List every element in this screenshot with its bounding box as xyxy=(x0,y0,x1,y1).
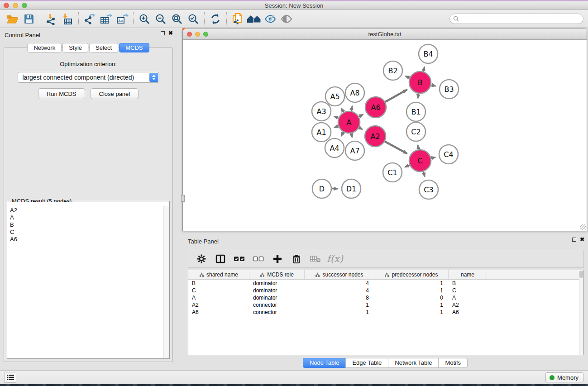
deselect-all-columns-icon[interactable] xyxy=(250,252,267,266)
table-cell[interactable]: dominator xyxy=(249,287,305,294)
delete-table-icon[interactable] xyxy=(307,252,324,266)
float-table-panel-icon[interactable] xyxy=(572,238,576,242)
table-cell[interactable]: B xyxy=(449,280,487,287)
import-network-icon[interactable] xyxy=(43,12,59,26)
table-cell[interactable]: connector xyxy=(249,309,305,316)
table-cell[interactable]: dominator xyxy=(249,280,305,287)
result-list-item[interactable]: A6 xyxy=(8,236,163,243)
graph-edge-A-A3[interactable] xyxy=(334,116,339,118)
table-cell[interactable]: B xyxy=(188,280,249,287)
table-scrollbar[interactable] xyxy=(579,270,583,355)
column-header-predecessor-nodes[interactable]: predecessor nodes xyxy=(374,270,449,279)
select-all-columns-icon[interactable] xyxy=(231,252,248,266)
table-cell[interactable]: 1 xyxy=(305,301,374,309)
search-input[interactable] xyxy=(461,16,583,22)
column-header-mcds-role[interactable]: MCDS role xyxy=(249,270,305,279)
graph-edge-A-A1[interactable] xyxy=(334,126,338,127)
zoom-in-icon[interactable] xyxy=(136,12,153,26)
zoom-selected-icon[interactable] xyxy=(185,12,201,26)
table-cell[interactable]: 4 xyxy=(305,287,374,294)
zoom-fit-icon[interactable] xyxy=(169,12,185,26)
memory-button[interactable]: Memory xyxy=(545,372,583,382)
graph-edge-A-A7[interactable] xyxy=(351,133,352,137)
tab-motifs[interactable]: Motifs xyxy=(438,358,468,368)
import-table-icon[interactable] xyxy=(59,12,76,26)
table-cell[interactable]: A xyxy=(188,294,249,301)
tab-network[interactable]: Network xyxy=(27,43,62,52)
delete-column-icon[interactable] xyxy=(288,252,305,266)
export-network-icon[interactable] xyxy=(81,12,98,26)
network-canvas[interactable]: AA6A2BCA5A8A3A1A4A7B2B4B3B1C2C4C1C3DD1 xyxy=(183,40,587,231)
table-cell[interactable]: C xyxy=(449,287,487,294)
split-view-icon[interactable] xyxy=(212,252,229,266)
table-cell[interactable]: 1 xyxy=(374,287,449,294)
table-row[interactable]: Bdominator41B xyxy=(188,280,583,287)
table-cell[interactable]: A6 xyxy=(188,309,249,316)
close-panel-button[interactable]: Close panel xyxy=(91,88,139,99)
column-settings-icon[interactable] xyxy=(193,252,210,266)
open-session-icon[interactable] xyxy=(5,12,21,26)
table-cell[interactable]: A2 xyxy=(188,301,249,309)
pane-divider-handle[interactable] xyxy=(181,195,185,202)
table-cell[interactable]: dominator xyxy=(249,294,305,301)
hide-graphics-details-icon[interactable] xyxy=(262,12,278,26)
graph-edge-A-A2[interactable] xyxy=(359,128,363,129)
tab-edge-table[interactable]: Edge Table xyxy=(345,358,388,368)
tab-mcds[interactable]: MCDS xyxy=(119,43,149,52)
zoom-out-icon[interactable] xyxy=(153,12,169,26)
result-list-item[interactable]: A2 xyxy=(8,207,163,214)
table-cell[interactable]: A xyxy=(449,294,487,301)
graph-edge-B-B2[interactable] xyxy=(406,76,410,78)
table-cell[interactable]: 4 xyxy=(305,280,374,287)
column-header-successor-nodes[interactable]: successor nodes xyxy=(305,270,374,279)
tab-style[interactable]: Style xyxy=(62,43,88,52)
result-list-item[interactable]: C xyxy=(8,229,163,236)
table-cell[interactable]: 1 xyxy=(374,280,449,287)
resize-grip[interactable] xyxy=(580,224,586,230)
criterion-dropdown[interactable]: largest connected component (directed) xyxy=(18,72,159,83)
table-cell[interactable]: 1 xyxy=(374,309,449,316)
table-row[interactable]: A2connector11A2 xyxy=(188,301,583,309)
graph-edge-A-A6[interactable] xyxy=(359,114,363,117)
graph-edge-C-C2[interactable] xyxy=(418,145,418,150)
table-row[interactable]: Cdominator41C xyxy=(188,287,583,294)
show-all-icon[interactable] xyxy=(246,12,262,26)
run-mcds-button[interactable]: Run MCDS xyxy=(38,88,85,99)
export-image-icon[interactable] xyxy=(114,12,130,26)
mcds-result-list[interactable]: A2ABCA6 xyxy=(8,202,163,358)
table-cell[interactable]: 1 xyxy=(374,301,449,309)
duplicate-network-icon[interactable] xyxy=(229,12,246,26)
table-cell[interactable]: 0 xyxy=(374,294,449,301)
graph-edge-A-A8[interactable] xyxy=(351,106,352,111)
table-cell[interactable]: A6 xyxy=(449,309,487,316)
column-header-name[interactable]: name xyxy=(449,270,487,279)
graph-edge-A-A4[interactable] xyxy=(341,132,344,136)
result-list-item[interactable]: A xyxy=(8,214,163,221)
graph-edge-A6-B[interactable] xyxy=(385,90,407,102)
graph-edge-B-B3[interactable] xyxy=(431,85,435,86)
add-column-icon[interactable] xyxy=(269,252,286,266)
result-list-scrollbar[interactable] xyxy=(163,206,169,358)
graph-edge-A-A5[interactable] xyxy=(341,108,344,112)
table-cell[interactable]: C xyxy=(188,287,249,294)
search-field[interactable] xyxy=(449,14,583,24)
table-cell[interactable]: A2 xyxy=(449,301,487,309)
graph-edge-C-C1[interactable] xyxy=(405,165,410,167)
table-cell[interactable]: connector xyxy=(249,301,305,309)
table-row[interactable]: Adominator80A xyxy=(188,294,583,301)
export-table-icon[interactable] xyxy=(98,12,114,26)
function-builder-icon[interactable]: f(x) xyxy=(326,253,343,264)
tab-select[interactable]: Select xyxy=(89,43,118,52)
save-session-icon[interactable] xyxy=(21,12,37,26)
graph-edge-C-C4[interactable] xyxy=(431,157,435,158)
tab-node-table[interactable]: Node Table xyxy=(303,358,346,368)
close-panel-icon[interactable]: ✖ xyxy=(168,31,173,35)
show-panels-button[interactable] xyxy=(5,372,16,383)
tab-network-table[interactable]: Network Table xyxy=(388,358,439,368)
refresh-layout-icon[interactable] xyxy=(207,12,224,26)
graph-edge-B-B1[interactable] xyxy=(418,94,418,99)
table-cell[interactable]: 1 xyxy=(305,309,374,316)
table-cell[interactable]: 8 xyxy=(305,294,374,301)
graph-edge-A2-C[interactable] xyxy=(385,141,407,153)
graph-edge-B-B4[interactable] xyxy=(423,67,425,71)
